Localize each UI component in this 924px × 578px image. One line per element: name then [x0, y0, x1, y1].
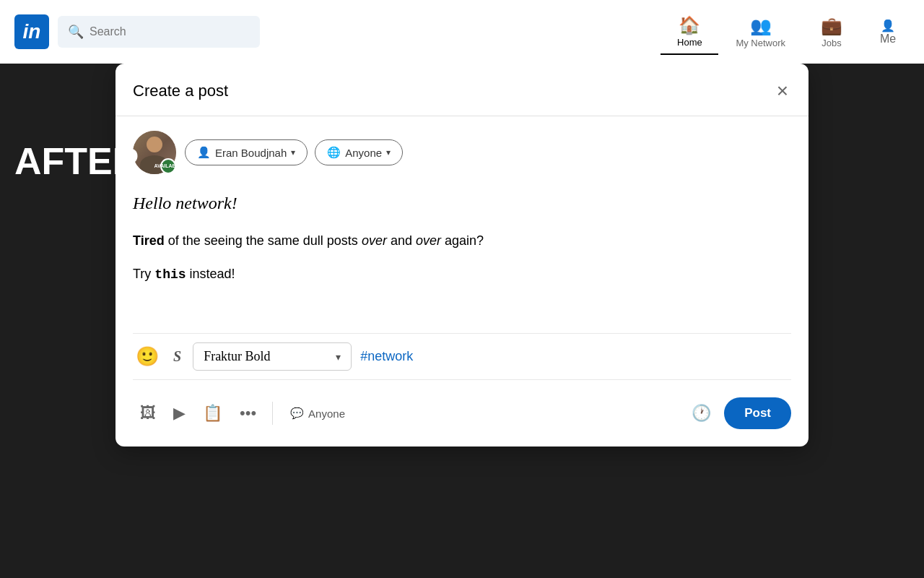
- person-icon: 👤: [197, 146, 211, 159]
- font-dropdown[interactable]: Fraktur Bold ▾: [193, 342, 352, 371]
- user-name-button[interactable]: 👤 Eran Boudjnah ▾: [185, 139, 308, 165]
- more-button[interactable]: •••: [232, 398, 263, 428]
- post-line-2: Tired of the seeing the same dull posts …: [133, 230, 791, 252]
- nav-label-home: Home: [677, 37, 702, 48]
- linkedin-logo[interactable]: in: [14, 14, 49, 49]
- audience-label: Anyone: [345, 147, 382, 159]
- post-text-again: again?: [445, 233, 484, 248]
- post-try-text: Try: [133, 267, 154, 281]
- toolbar-row: 🙂 S Fraktur Bold ▾ #network: [133, 333, 791, 380]
- italic-over-2: over: [416, 233, 441, 248]
- post-line-1: Hello network!: [133, 189, 791, 218]
- nav-item-jobs[interactable]: 💼 Jobs: [803, 10, 860, 54]
- user-name-label: Eran Boudjnah: [215, 147, 287, 159]
- search-bar[interactable]: 🔍: [58, 16, 260, 48]
- nav-label-me: Me: [880, 33, 896, 46]
- bottom-toolbar: 🖼 ▶ 📋 ••• 💬 Anyone 🕐: [133, 392, 791, 432]
- nav-item-home[interactable]: 🏠 Home: [661, 9, 718, 55]
- post-content[interactable]: Hello network! Tired of the seeing the s…: [133, 189, 791, 319]
- me-icon: 👤: [881, 19, 895, 33]
- chevron-down-icon-2: ▾: [386, 147, 391, 158]
- nav-label-jobs: Jobs: [821, 38, 841, 48]
- modal-header: Create a post ×: [116, 64, 808, 116]
- post-this-text: this: [154, 267, 186, 282]
- modal-body: AVAILABLE 👤 Eran Boudjnah ▾ 🌐 Anyone ▾ H…: [116, 116, 808, 447]
- comment-icon: 💬: [290, 407, 304, 420]
- more-icon: •••: [240, 404, 256, 422]
- network-icon: 👥: [750, 16, 772, 36]
- user-row: AVAILABLE 👤 Eran Boudjnah ▾ 🌐 Anyone ▾: [133, 131, 791, 174]
- globe-icon: 🌐: [327, 146, 341, 159]
- audience-button[interactable]: 🌐 Anyone ▾: [315, 139, 403, 165]
- search-icon: 🔍: [68, 24, 84, 40]
- nav-item-my-network[interactable]: 👥 My Network: [724, 10, 797, 54]
- style-s-button[interactable]: S: [170, 348, 184, 365]
- toolbar-divider: [272, 402, 273, 425]
- jobs-icon: 💼: [821, 16, 842, 36]
- italic-over-1: over: [362, 233, 387, 248]
- create-post-modal: Create a post × AVAILABLE 👤 Eran Boudjna…: [116, 64, 808, 447]
- document-icon: 📋: [203, 404, 222, 422]
- nav-item-me[interactable]: 👤 Me: [866, 13, 910, 51]
- post-button[interactable]: Post: [724, 397, 791, 429]
- nav-label-network: My Network: [736, 38, 785, 48]
- post-instead-text: instead!: [190, 267, 235, 281]
- schedule-button[interactable]: 🕐: [684, 398, 718, 428]
- nav-items: 🏠 Home 👥 My Network 💼 Jobs 👤 Me: [661, 9, 910, 55]
- after-label: AFTER: [14, 139, 139, 183]
- emoji-button[interactable]: 🙂: [133, 345, 162, 368]
- comment-anyone-button[interactable]: 💬 Anyone: [282, 402, 354, 424]
- chevron-down-icon: ▾: [291, 147, 295, 158]
- post-text-middle: of the seeing the same dull posts: [168, 233, 362, 248]
- chevron-down-icon-3: ▾: [336, 351, 341, 363]
- bold-tired: Tired: [133, 233, 165, 248]
- navbar: in 🔍 🏠 Home 👥 My Network 💼 Jobs 👤 Me: [0, 0, 924, 64]
- modal-title: Create a post: [133, 82, 228, 100]
- close-button[interactable]: ×: [774, 78, 791, 104]
- search-input[interactable]: [90, 25, 250, 38]
- home-icon: 🏠: [679, 15, 700, 35]
- bottom-icons: 🖼 ▶ 📋 ••• 💬 Anyone: [133, 398, 684, 428]
- available-badge: AVAILABLE: [160, 158, 176, 174]
- video-icon: ▶: [173, 404, 186, 422]
- post-text-and: and: [391, 233, 416, 248]
- comment-anyone-label: Anyone: [308, 407, 345, 420]
- clock-icon: 🕐: [692, 404, 711, 422]
- hashtag-link[interactable]: #network: [360, 349, 413, 364]
- photo-button[interactable]: 🖼: [133, 398, 163, 428]
- post-line-3: Try this instead!: [133, 263, 791, 286]
- style-s-icon: S: [173, 348, 181, 364]
- video-button[interactable]: ▶: [166, 398, 193, 428]
- photo-icon: 🖼: [140, 404, 156, 422]
- user-controls: 👤 Eran Boudjnah ▾ 🌐 Anyone ▾: [185, 139, 403, 165]
- font-dropdown-label: Fraktur Bold: [204, 349, 328, 364]
- document-button[interactable]: 📋: [196, 398, 230, 428]
